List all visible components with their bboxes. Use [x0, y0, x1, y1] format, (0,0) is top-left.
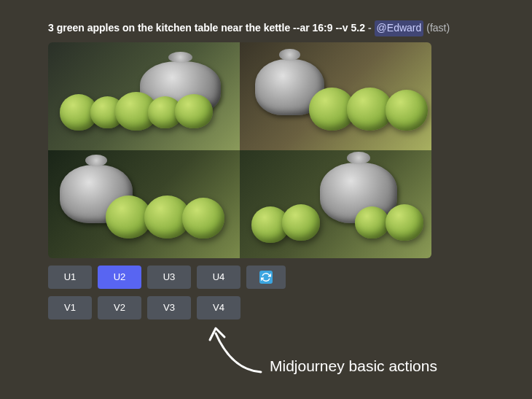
variation-1-button[interactable]: V1: [48, 296, 92, 319]
discord-message: 3 green apples on the kitchen table near…: [0, 0, 532, 319]
prompt-line: 3 green apples on the kitchen table near…: [48, 20, 532, 36]
arrow-icon: [203, 322, 268, 381]
reroll-icon: [259, 271, 273, 284]
generated-image-2[interactable]: [240, 42, 431, 150]
reroll-button[interactable]: [246, 266, 286, 289]
upscale-2-button[interactable]: U2: [98, 266, 141, 289]
generated-image-3[interactable]: [48, 150, 240, 258]
generation-mode: (fast): [426, 21, 450, 36]
variation-3-button[interactable]: V3: [147, 296, 191, 319]
prompt-separator: -: [368, 21, 372, 36]
upscale-button-row: U1 U2 U3 U4: [48, 266, 532, 289]
generated-image-1[interactable]: [48, 42, 240, 150]
generated-image-4[interactable]: [240, 150, 431, 258]
annotation-callout: Midjourney basic actions: [204, 322, 437, 375]
image-grid[interactable]: [48, 42, 431, 258]
user-mention[interactable]: @Edward: [375, 20, 424, 36]
variation-button-row: V1 V2 V3 V4: [48, 296, 532, 319]
annotation-text: Midjourney basic actions: [270, 357, 437, 375]
prompt-text: 3 green apples on the kitchen table near…: [48, 21, 365, 36]
upscale-4-button[interactable]: U4: [197, 266, 240, 289]
variation-2-button[interactable]: V2: [98, 296, 141, 319]
upscale-3-button[interactable]: U3: [147, 266, 191, 289]
upscale-1-button[interactable]: U1: [48, 266, 92, 289]
variation-4-button[interactable]: V4: [197, 296, 240, 319]
